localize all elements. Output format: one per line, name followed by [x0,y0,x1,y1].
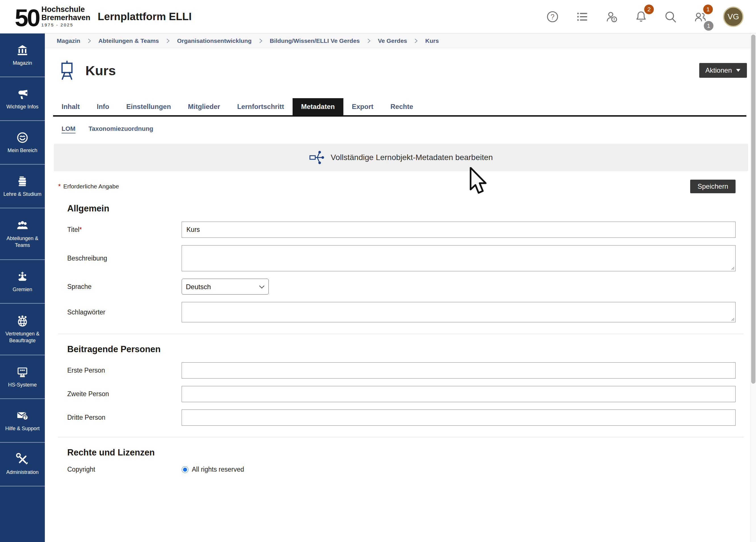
tab-bar: Inhalt Info Einstellungen Mitglieder Ler… [53,98,746,117]
sidebar-item-mein-bereich[interactable]: Mein Bereich [0,121,45,165]
globe-people-icon [16,314,29,327]
search-icon[interactable] [664,10,677,23]
sidebar-item-administration[interactable]: Administration [0,443,45,486]
subtab-lom[interactable]: LOM [62,125,75,134]
chevron-right-icon [414,38,418,44]
breadcrumb-item-bildung-wissen[interactable]: Bildung/Wissen/ELLI Ve Gerdes [270,37,360,44]
main-content: Magazin Abteilungen & Teams Organisation… [45,33,750,542]
copyright-radio-option[interactable]: All rights reserved [182,466,736,473]
mail-question-icon: ? [16,409,29,422]
sidebar-item-label: Magazin [13,60,32,66]
copyright-radio[interactable] [182,466,188,473]
breadcrumb-item-abteilungen-teams[interactable]: Abteilungen & Teams [98,37,159,44]
metadata-hub-icon [309,150,324,165]
sprache-label: Sprache [54,283,182,291]
header-icon-bar: ? 2 [546,7,744,27]
edit-full-metadata-banner[interactable]: Vollständige Lernobjekt-Metadaten bearbe… [54,144,748,171]
erste-person-input[interactable] [182,362,736,379]
monitor-glyph: *** [20,368,25,373]
chevron-right-icon [87,38,91,44]
breadcrumb-item-ve-gerdes[interactable]: Ve Gerdes [378,37,407,44]
avatar[interactable]: VG [723,7,744,27]
section-title-rechte-lizenzen: Rechte und Lizenzen [67,448,750,458]
sidebar-item-gremien[interactable]: Gremien [0,260,45,304]
form-row-titel: Titel* [54,222,736,238]
actions-button[interactable]: Aktionen [699,63,747,78]
list-menu-icon[interactable] [576,10,589,23]
chevron-right-icon [259,38,263,44]
app-title: Lernplattform ELLI [98,11,192,23]
actions-button-label: Aktionen [705,66,732,74]
people-group-icon [16,219,29,232]
vertical-scrollbar[interactable] [750,33,756,542]
app-header: 50 Hochschule Bremerhaven 1975 - 2025 Le… [0,0,756,33]
tab-inhalt[interactable]: Inhalt [53,98,88,115]
breadcrumb-item-kurs[interactable]: Kurs [425,37,439,44]
tab-rechte[interactable]: Rechte [382,98,422,115]
tools-icon [16,453,29,466]
contacts-badge-top: 1 [703,5,713,14]
titel-label: Titel* [54,226,182,234]
banner-label: Vollständige Lernobjekt-Metadaten bearbe… [331,153,493,162]
sidebar-item-label: Hilfe & Support [5,425,39,432]
tab-lernfortschritt[interactable]: Lernfortschritt [229,98,293,115]
user-alert-icon[interactable] [605,10,618,23]
breadcrumb-item-magazin[interactable]: Magazin [57,37,80,44]
breadcrumb-item-organisationsentwicklung[interactable]: Organisationsentwicklung [177,37,252,44]
schlagwoerter-textarea[interactable] [182,302,736,322]
sidebar-item-lehre-studium[interactable]: Lehre & Studium [0,165,45,208]
tab-einstellungen[interactable]: Einstellungen [118,98,179,115]
sidebar-filler [0,486,45,542]
bank-icon [16,44,29,57]
form-row-dritte-person: Dritte Person [54,409,736,426]
breadcrumb: Magazin Abteilungen & Teams Organisation… [45,33,750,48]
sidebar-item-abteilungen-teams[interactable]: Abteilungen & Teams [0,208,45,260]
sprache-select[interactable]: Deutsch [182,279,269,295]
section-divider [58,437,744,437]
sidebar-item-hilfe-support[interactable]: ? Hilfe & Support [0,399,45,443]
sidebar-item-wichtige-infos[interactable]: Wichtige Infos [0,77,45,121]
form-toolbar: * Erforderliche Angabe Speichern [58,180,736,193]
sidebar-item-magazin[interactable]: Magazin [0,33,45,77]
sidebar-item-label: Lehre & Studium [3,191,41,198]
logo-text: Hochschule Bremerhaven 1975 - 2025 [41,5,91,28]
beschreibung-label: Beschreibung [54,255,182,262]
page-title: Kurs [85,63,116,78]
dritte-person-label: Dritte Person [54,414,182,421]
bell-badge: 2 [644,5,654,14]
megaphone-icon [16,87,29,100]
form-row-copyright: Copyright All rights reserved [54,466,736,473]
dritte-person-input[interactable] [182,409,736,426]
mail-question-glyph: ? [24,415,27,420]
contacts-icon[interactable]: 1 1 [694,10,707,23]
hochschule-bremerhaven-logo[interactable]: 50 Hochschule Bremerhaven 1975 - 2025 [15,5,90,28]
save-button[interactable]: Speichern [690,180,736,193]
help-icon[interactable]: ? [546,10,559,23]
sidebar-item-label: Vertretungen & Beauftragte [1,331,44,344]
required-asterisk: * [79,226,82,233]
beschreibung-textarea[interactable] [182,245,736,271]
titel-input[interactable] [182,222,736,238]
sidebar-item-vertretungen-beauftragte[interactable]: Vertretungen & Beauftragte [0,304,45,355]
tab-export[interactable]: Export [343,98,382,115]
subtab-taxonomiezuordnung[interactable]: Taxonomiezuordnung [89,125,153,134]
zweite-person-input[interactable] [182,386,736,402]
committee-icon [16,270,29,283]
chevron-right-icon [367,38,371,44]
tab-metadaten[interactable]: Metadaten [293,98,343,115]
main-sidebar: Magazin Wichtige Infos Mein Bereich [0,33,45,542]
subtab-bar: LOM Taxonomiezuordnung [45,117,750,134]
books-icon [16,175,29,188]
notifications-bell-icon[interactable]: 2 [635,10,648,23]
schlagwoerter-label: Schlagwörter [54,308,182,316]
smiley-icon [16,131,29,144]
chevron-right-icon [166,38,170,44]
form-row-schlagwoerter: Schlagwörter [54,302,736,322]
sidebar-item-label: Abteilungen & Teams [1,235,44,249]
scrollbar-thumb[interactable] [751,35,755,384]
tab-mitglieder[interactable]: Mitglieder [179,98,228,115]
sidebar-item-hs-systeme[interactable]: *** HS-Systeme [0,355,45,399]
section-title-allgemein: Allgemein [67,203,750,214]
tab-info[interactable]: Info [88,98,118,115]
sidebar-item-label: Administration [6,469,39,476]
